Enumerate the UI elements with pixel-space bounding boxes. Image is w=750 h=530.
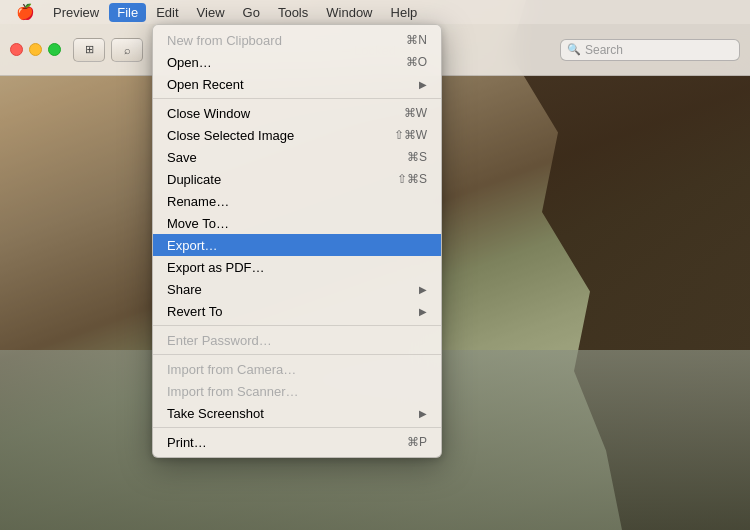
- zoom-fit-button[interactable]: ⌕: [111, 38, 143, 62]
- menu-item-enter-password[interactable]: Enter Password…: [153, 329, 441, 351]
- menubar-edit[interactable]: Edit: [148, 3, 186, 22]
- apple-menu[interactable]: 🍎: [8, 3, 43, 21]
- submenu-arrow-share: ▶: [419, 284, 427, 295]
- menubar-preview[interactable]: Preview: [45, 3, 107, 22]
- file-menu: New from Clipboard ⌘N Open… ⌘O Open Rece…: [152, 24, 442, 458]
- search-placeholder: Search: [585, 43, 623, 57]
- submenu-arrow-screenshot: ▶: [419, 408, 427, 419]
- menu-item-close-window[interactable]: Close Window ⌘W: [153, 102, 441, 124]
- menubar-help[interactable]: Help: [383, 3, 426, 22]
- menu-item-new-clipboard[interactable]: New from Clipboard ⌘N: [153, 29, 441, 51]
- menubar-file[interactable]: File: [109, 3, 146, 22]
- menu-item-share[interactable]: Share ▶: [153, 278, 441, 300]
- menubar-view[interactable]: View: [189, 3, 233, 22]
- menubar: 🍎 Preview File Edit View Go Tools Window…: [0, 0, 750, 24]
- menu-item-take-screenshot[interactable]: Take Screenshot ▶: [153, 402, 441, 424]
- separator-4: [153, 427, 441, 428]
- search-field[interactable]: 🔍 Search: [560, 39, 740, 61]
- sidebar-toggle-button[interactable]: ⊞: [73, 38, 105, 62]
- menubar-window[interactable]: Window: [318, 3, 380, 22]
- menubar-go[interactable]: Go: [235, 3, 268, 22]
- separator-3: [153, 354, 441, 355]
- menu-item-rename[interactable]: Rename…: [153, 190, 441, 212]
- submenu-arrow-open-recent: ▶: [419, 79, 427, 90]
- menu-item-export-pdf[interactable]: Export as PDF…: [153, 256, 441, 278]
- zoom-button[interactable]: [48, 43, 61, 56]
- menu-item-print[interactable]: Print… ⌘P: [153, 431, 441, 453]
- menubar-tools[interactable]: Tools: [270, 3, 316, 22]
- minimize-button[interactable]: [29, 43, 42, 56]
- close-button[interactable]: [10, 43, 23, 56]
- menu-item-export[interactable]: Export…: [153, 234, 441, 256]
- menu-item-move-to[interactable]: Move To…: [153, 212, 441, 234]
- traffic-lights: [10, 43, 61, 56]
- menu-item-duplicate[interactable]: Duplicate ⇧⌘S: [153, 168, 441, 190]
- menu-item-save[interactable]: Save ⌘S: [153, 146, 441, 168]
- menu-item-close-selected[interactable]: Close Selected Image ⇧⌘W: [153, 124, 441, 146]
- separator-2: [153, 325, 441, 326]
- submenu-arrow-revert: ▶: [419, 306, 427, 317]
- menu-item-open[interactable]: Open… ⌘O: [153, 51, 441, 73]
- menu-item-revert-to[interactable]: Revert To ▶: [153, 300, 441, 322]
- menu-item-import-camera[interactable]: Import from Camera…: [153, 358, 441, 380]
- search-icon: 🔍: [567, 43, 581, 56]
- separator-1: [153, 98, 441, 99]
- menu-item-open-recent[interactable]: Open Recent ▶: [153, 73, 441, 95]
- menu-item-import-scanner[interactable]: Import from Scanner…: [153, 380, 441, 402]
